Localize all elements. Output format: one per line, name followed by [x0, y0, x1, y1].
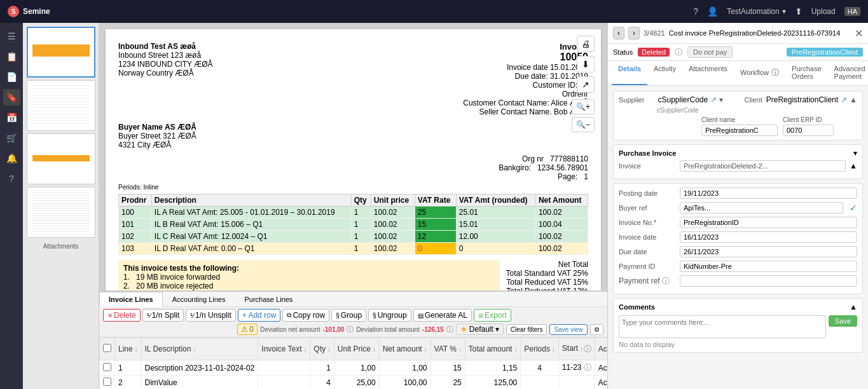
payment-id-input[interactable]	[680, 261, 857, 272]
user-icon[interactable]: 👤	[707, 6, 718, 17]
buyer-ref-check-icon: ✓	[850, 203, 857, 213]
company-addr2: 1234 INBOUND CITY ÆØÅ	[118, 60, 213, 69]
do-not-pay-btn[interactable]: Do not pay	[687, 46, 733, 58]
supplier-ext-link[interactable]: ↗	[710, 95, 717, 104]
row-checkbox[interactable]	[103, 378, 111, 386]
rp-tab-details[interactable]: Details	[612, 61, 647, 85]
bottom-area: Invoice Lines Accounting Lines Purchase …	[99, 290, 607, 389]
supplier-code-sub: cSupplierCode	[619, 107, 857, 114]
clear-filters-btn[interactable]: Clear filters	[506, 324, 548, 335]
sidebar-menu-icon[interactable]: ☰	[4, 28, 19, 44]
th-net-amount: Net Amount	[535, 194, 588, 207]
thumbnail-3[interactable]	[27, 133, 95, 184]
thumbnail-4[interactable]	[27, 187, 95, 238]
payment-ref-input[interactable]	[680, 275, 857, 287]
client-ext-link[interactable]: ↗	[841, 95, 847, 104]
gear-btn[interactable]: ⚙	[590, 324, 603, 335]
attachments-label[interactable]: Attachments	[43, 243, 79, 250]
invoice-lines-table-container: Line ↕ IL Description ↕ Invoice Text ↕ Q…	[99, 338, 607, 389]
posting-date-input[interactable]	[680, 188, 857, 199]
copy-row-btn[interactable]: ⧉ Copy row	[282, 309, 329, 322]
split-1n-btn[interactable]: ⅟ 1/n Split	[142, 309, 184, 322]
row-checkbox[interactable]	[103, 363, 111, 371]
print-btn[interactable]: 🖨	[577, 36, 595, 52]
thumbnail-2[interactable]	[27, 80, 95, 131]
comment-textarea[interactable]	[619, 315, 826, 338]
zoom-out-btn[interactable]: 🔍−	[572, 117, 595, 132]
rp-tab-attachments[interactable]: Attachments	[682, 61, 734, 85]
pi-dropdown[interactable]: ▾	[853, 149, 857, 158]
rp-tab-advanced-payment[interactable]: Advanced Payment	[828, 61, 868, 85]
comments-collapse-icon[interactable]: ▲	[850, 303, 857, 311]
save-comment-btn[interactable]: Save	[829, 315, 857, 327]
rp-close-btn[interactable]: ✕	[855, 27, 863, 39]
main-container: ☰ 📋 📄 🔖 📅 🛒 🔔 ? Attachments	[0, 23, 868, 389]
payment-ref-info-icon[interactable]: ⓘ	[662, 276, 670, 285]
th-start: Start ↕ⓘ	[558, 338, 595, 360]
sidebar-cart-icon[interactable]: 🛒	[3, 130, 20, 146]
help-icon[interactable]: ?	[693, 6, 698, 17]
sidebar-cal-icon[interactable]: 📅	[3, 109, 20, 126]
sidebar-doc-icon[interactable]: 📄	[3, 69, 20, 85]
sidebar-tag-icon[interactable]: 🔖	[3, 89, 20, 106]
save-view-btn[interactable]: Save view	[549, 324, 588, 335]
zoom-in-btn[interactable]: 🔍+	[572, 99, 595, 114]
invoice-value-input[interactable]	[680, 160, 846, 172]
unsplit-1n-btn[interactable]: ⅟ 1/n Unsplit	[186, 309, 236, 322]
generate-al-btn[interactable]: ▤ Generate AL	[413, 309, 472, 322]
pi-header[interactable]: Purchase Invoice ▾	[619, 149, 857, 158]
rp-status-bar: Status Deleted ⓘ Do not pay PreRegistrat…	[608, 44, 868, 61]
ungroup-btn[interactable]: § Ungroup	[368, 309, 411, 322]
warning-count: 0	[249, 325, 254, 334]
upload-icon[interactable]: ⬆	[795, 6, 803, 17]
invoice-title: Invoice	[463, 42, 588, 51]
upload-btn[interactable]: Upload	[811, 7, 836, 16]
external-link-btn[interactable]: ↗	[577, 76, 595, 93]
thumbnail-1[interactable]	[27, 27, 95, 78]
export-btn[interactable]: ⊞ Export	[474, 309, 511, 322]
due-date-input[interactable]	[680, 246, 857, 257]
client-name-input[interactable]	[701, 125, 778, 136]
rp-next-btn[interactable]: ›	[628, 27, 640, 39]
workflow-info-icon[interactable]: ⓘ	[771, 67, 779, 78]
th-qty: Qty	[351, 194, 371, 207]
rp-tab-purchase-orders[interactable]: Purchase Orders	[785, 61, 827, 85]
pi-collapse-arrow[interactable]: ▲	[850, 161, 857, 170]
add-row-btn[interactable]: + Add row	[238, 309, 281, 322]
warning-badge: ⚠ 0	[237, 324, 258, 335]
fields-section: Posting date Buyer ref ✓ Invoice No.* In…	[613, 183, 863, 294]
status-info-icon[interactable]: ⓘ	[675, 47, 682, 58]
note-item-1: 1. 19 MB invoice forwarded	[123, 273, 495, 282]
comments-header[interactable]: Comments ▲	[619, 303, 857, 311]
erp-id-input[interactable]	[783, 125, 834, 136]
th-account-type: Account Type ↕	[595, 338, 607, 360]
row-info-icon[interactable]: ⓘ	[584, 363, 591, 372]
zoom-controls: 🔍+ 🔍−	[572, 99, 595, 132]
supplier-dropdown[interactable]: ▾	[719, 95, 723, 104]
tab-accounting-lines[interactable]: Accounting Lines	[163, 292, 235, 306]
user-menu[interactable]: TestAutomation ▾	[727, 7, 786, 16]
buyer-ref-input[interactable]	[680, 202, 843, 214]
sidebar-bell-icon[interactable]: 🔔	[3, 150, 20, 167]
invoice-date-input[interactable]	[680, 231, 857, 243]
dev-total-info-icon[interactable]: ⓘ	[446, 325, 453, 334]
th-vat-amt: VAT Amt (rounded)	[456, 194, 535, 207]
client-collapse[interactable]: ▲	[850, 95, 857, 104]
invoice-toolbar: ✕ Delete ⅟ 1/n Split ⅟ 1/n Unsplit + Add…	[99, 307, 607, 338]
group-btn[interactable]: § Group	[331, 309, 366, 322]
rp-prev-btn[interactable]: ‹	[613, 27, 624, 39]
invoice-no-input[interactable]	[680, 217, 857, 228]
delete-btn[interactable]: ✕ Delete	[103, 309, 141, 322]
doc-table-header: Prodnr Description Qty Unit price VAT Ra…	[119, 194, 588, 207]
rp-tab-workflow[interactable]: Workflow ⓘ	[734, 61, 785, 85]
sidebar-list-icon[interactable]: 📋	[3, 48, 20, 65]
dev-net-info-icon[interactable]: ⓘ	[347, 325, 354, 334]
tab-purchase-lines[interactable]: Purchase Lines	[235, 292, 302, 306]
order-nr-line: Ordrenr	[463, 90, 588, 99]
rp-tab-activity[interactable]: Activity	[647, 61, 682, 85]
select-all-checkbox[interactable]	[103, 344, 111, 352]
sidebar-question-icon[interactable]: ?	[6, 170, 17, 187]
download-btn[interactable]: ⬇	[577, 56, 595, 72]
th-desc: Description	[151, 194, 351, 207]
tab-invoice-lines[interactable]: Invoice Lines	[99, 292, 163, 307]
